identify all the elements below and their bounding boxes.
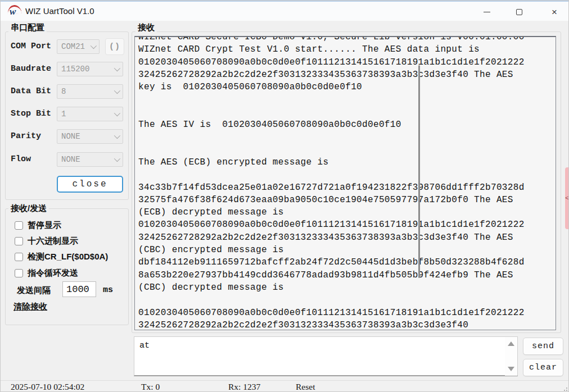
close-icon: × <box>552 7 557 17</box>
status-tx-count: Tx: 0 <box>141 381 160 392</box>
send-button[interactable]: send <box>523 338 563 355</box>
baudrate-label: Baudrate <box>11 62 51 76</box>
rxtx-group-title: 接收/发送 <box>8 203 49 213</box>
serial-config-group-title: 串口配置 <box>8 22 47 32</box>
databit-label: Data Bit <box>11 84 51 99</box>
wiznet-logo-icon: w <box>7 6 22 18</box>
stopbit-label: Stop Bit <box>11 107 51 121</box>
checkbox-detect-crlf[interactable]: 检测CR_LF($0D$0A) <box>15 252 108 262</box>
databit-select[interactable]: 8 <box>57 84 123 99</box>
close-port-button[interactable]: close <box>57 176 123 193</box>
checkbox-hex-display[interactable]: 十六进制显示 <box>15 236 78 247</box>
com-port-label: COM Port <box>11 39 51 54</box>
chevron-down-icon <box>114 110 120 116</box>
stopbit-select[interactable]: 1 <box>57 107 123 121</box>
receive-log[interactable]: WIZnet CARD Secure ICB0 Demo V1.0, Secur… <box>134 36 556 330</box>
refresh-ports-button[interactable]: () <box>105 38 124 55</box>
checkbox-pause-display[interactable]: 暂停显示 <box>15 220 61 231</box>
checkbox-icon <box>15 221 23 230</box>
status-timestamp: 2025-07-10 02:54:02 <box>11 381 84 392</box>
send-interval-label: 发送间隔 <box>17 285 51 296</box>
chevron-down-icon <box>91 43 97 49</box>
receive-scrollbar[interactable] <box>418 65 420 278</box>
chevron-down-icon <box>114 88 120 94</box>
checkbox-icon <box>15 237 23 245</box>
chevron-down-icon <box>114 133 120 139</box>
com-port-select[interactable]: COM21 <box>57 39 100 54</box>
side-panel-toggle[interactable]: < <box>565 167 569 229</box>
parity-label: Parity <box>11 129 41 144</box>
minimize-icon <box>484 12 490 12</box>
send-input-scrollbar[interactable] <box>505 337 517 376</box>
resize-grip-icon[interactable] <box>562 385 567 391</box>
send-input[interactable] <box>134 337 505 376</box>
baudrate-select[interactable]: 115200 <box>57 62 123 76</box>
send-input-box <box>134 336 518 376</box>
interval-unit-label: ms <box>103 285 113 295</box>
title-bar: w WIZ UartTool V1.0 × <box>1 1 569 21</box>
send-interval-input[interactable] <box>62 281 96 297</box>
status-rx-count: Rx: 1237 <box>228 381 260 392</box>
status-reset[interactable]: Reset <box>296 381 315 392</box>
receive-group-title: 接收 <box>136 22 157 32</box>
status-bar: 2025-07-10 02:54:02 Tx: 0 Rx: 1237 Reset <box>1 380 569 392</box>
parity-select[interactable]: NONE <box>57 129 123 144</box>
minimize-button[interactable] <box>474 2 500 22</box>
close-window-button[interactable]: × <box>541 2 567 22</box>
clear-button[interactable]: clear <box>523 359 563 376</box>
chevron-down-icon <box>114 156 120 162</box>
checkbox-icon <box>15 253 23 261</box>
maximize-button[interactable] <box>506 2 532 22</box>
receive-log-text: WIZnet CARD Secure ICB0 Demo V1.0, Secur… <box>138 36 556 330</box>
scroll-up-icon[interactable] <box>508 341 514 346</box>
checkbox-loop-send[interactable]: 指令循环发送 <box>15 268 78 279</box>
scroll-down-icon[interactable] <box>508 367 514 371</box>
clear-receive-link[interactable]: 清除接收 <box>13 302 47 312</box>
refresh-icon: () <box>109 42 120 52</box>
window-title: WIZ UartTool V1.0 <box>25 6 94 16</box>
app-window: { "window": { "title": "WIZ UartTool V1.… <box>0 0 569 392</box>
flow-select[interactable]: NONE <box>57 152 123 167</box>
flow-label: Flow <box>11 152 31 167</box>
maximize-icon <box>516 9 522 15</box>
checkbox-icon <box>15 269 23 277</box>
side-panel-chevron-icon: < <box>565 195 569 202</box>
chevron-down-icon <box>114 65 120 71</box>
